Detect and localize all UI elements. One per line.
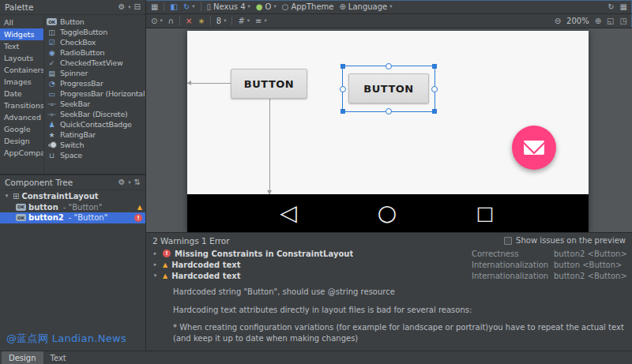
- gear-icon[interactable]: [118, 3, 125, 11]
- zoom-to-fit-icon[interactable]: [607, 17, 614, 25]
- palette-item-switch[interactable]: Switch: [44, 140, 145, 150]
- tab-design[interactable]: Design: [2, 351, 43, 364]
- api-label: O: [265, 2, 272, 11]
- palette-item-progressbar[interactable]: ProgressBar: [44, 78, 145, 88]
- nav-recents-icon[interactable]: [476, 204, 495, 223]
- palette-category-appcompat[interactable]: AppCompat: [0, 147, 43, 159]
- palette-item-togglebutton[interactable]: ToggleButton: [44, 27, 145, 37]
- tree-item-id: button: [28, 203, 58, 212]
- palette-item-label: RadioButton: [60, 48, 104, 57]
- refresh-layout-icon[interactable]: [608, 3, 614, 11]
- design-mode-icon[interactable]: [170, 3, 177, 11]
- variants-icon[interactable]: [151, 3, 158, 11]
- palette-category-containers[interactable]: Containers: [0, 64, 43, 76]
- button-icon: [47, 17, 57, 27]
- palette-category-date[interactable]: Date: [0, 88, 43, 99]
- palette-item-quickcontactbadge[interactable]: QuickContactBadge: [44, 119, 145, 129]
- tree-item-constraintlayout[interactable]: ConstraintLayout: [0, 191, 145, 202]
- language-label: Language: [348, 2, 387, 11]
- palette-category-layouts[interactable]: Layouts: [0, 52, 43, 64]
- palette-category-transitions[interactable]: Transitions: [0, 99, 43, 111]
- issue-detail: Hardcoded string "Button", should use @s…: [146, 281, 632, 351]
- canvas-button1[interactable]: BUTTON: [231, 69, 307, 99]
- minimize-icon[interactable]: [134, 3, 141, 11]
- constraint-anchor[interactable]: [386, 108, 392, 114]
- infer-constraints-icon[interactable]: [198, 17, 204, 25]
- palette-category-design[interactable]: Design: [0, 135, 43, 147]
- space-icon: [47, 150, 57, 160]
- tab-text[interactable]: Text: [43, 351, 73, 364]
- palette-item-ratingbar[interactable]: RatingBar: [44, 129, 145, 140]
- constraint-anchor[interactable]: [340, 86, 346, 92]
- palette-category-advanced[interactable]: Advanced: [0, 111, 43, 123]
- palette-item-seekbar[interactable]: SeekBar: [44, 99, 145, 109]
- panel-settings-icon[interactable]: [620, 3, 627, 11]
- palette-category-google[interactable]: Google: [0, 123, 43, 135]
- floating-action-button[interactable]: [512, 126, 556, 170]
- align-selector[interactable]: [255, 17, 267, 25]
- expand-arrow-icon[interactable]: [152, 251, 159, 257]
- checkedtextview-icon: [47, 58, 57, 68]
- resize-handle[interactable]: [340, 64, 345, 69]
- palette-item-label: RatingBar: [60, 130, 96, 139]
- device-selector[interactable]: Nexus 4: [207, 2, 250, 11]
- default-margin-value: 8: [216, 17, 221, 25]
- palette-item-label: Button: [60, 17, 85, 26]
- issue-component: button2 <Button>: [554, 272, 626, 280]
- button-icon: [16, 212, 26, 223]
- palette-category-all[interactable]: All: [0, 17, 43, 28]
- constraint-anchor[interactable]: [431, 86, 438, 92]
- palette-item-spinner[interactable]: Spinner: [44, 68, 145, 78]
- resize-handle[interactable]: [432, 109, 437, 114]
- issue-row-hardcoded-text-1[interactable]: Hardcoded text Internationalization butt…: [146, 259, 632, 270]
- show-issues-checkbox[interactable]: [504, 237, 512, 245]
- palette-item-progressbar-horizontal[interactable]: ProgressBar (Horizontal): [44, 88, 145, 99]
- issue-row-missing-constraints[interactable]: Missing Constraints in ConstraintLayout …: [146, 248, 632, 259]
- issues-panel: 2 Warnings 1 Error Show issues on the pr…: [146, 232, 632, 351]
- palette-category-images[interactable]: Images: [0, 76, 43, 88]
- collapse-arrow-icon[interactable]: [152, 273, 159, 279]
- palette-item-checkedtextview[interactable]: CheckedTextView: [44, 58, 145, 68]
- api-selector[interactable]: O: [256, 2, 276, 11]
- chevron-down-icon[interactable]: [128, 180, 130, 186]
- nav-back-icon[interactable]: [280, 202, 297, 224]
- guidelines-selector[interactable]: [238, 17, 250, 25]
- palette-item-button[interactable]: Button: [44, 17, 145, 27]
- design-surface[interactable]: BUTTON BUTTON: [146, 28, 632, 232]
- design-toolbar-tools: 8 200%: [146, 14, 632, 28]
- view-options-selector[interactable]: [151, 17, 163, 25]
- palette-category-text[interactable]: Text: [0, 40, 43, 52]
- nav-home-icon[interactable]: [378, 202, 397, 224]
- palette-item-radiobutton[interactable]: RadioButton: [44, 47, 145, 58]
- separator: [231, 17, 232, 25]
- show-issues-toggle[interactable]: Show issues on the preview: [504, 236, 626, 245]
- constraint-line-vertical: [269, 99, 270, 194]
- default-margin-selector[interactable]: 8: [216, 17, 227, 25]
- autoconnect-magnet-icon[interactable]: [168, 17, 174, 25]
- resize-handle[interactable]: [340, 109, 345, 114]
- tree-item-button[interactable]: button - "Button": [0, 202, 145, 213]
- palette-item-checkbox[interactable]: CheckBox: [44, 37, 145, 47]
- orientation-selector[interactable]: [183, 3, 195, 11]
- sort-icon[interactable]: [134, 178, 141, 186]
- tree-item-button2[interactable]: button2 - "Button": [0, 212, 145, 223]
- spinner-icon: [47, 68, 57, 78]
- expand-arrow-icon[interactable]: [152, 262, 159, 268]
- expand-arrow-icon[interactable]: [3, 193, 10, 199]
- theme-selector[interactable]: AppTheme: [282, 2, 334, 11]
- resize-handle[interactable]: [432, 64, 437, 69]
- issues-summary: 2 Warnings 1 Error: [152, 236, 230, 246]
- zoom-in-icon[interactable]: [595, 17, 601, 25]
- palette-category-widgets[interactable]: Widgets: [0, 28, 43, 40]
- constraint-anchor[interactable]: [386, 63, 392, 69]
- pan-icon[interactable]: [620, 17, 627, 25]
- issue-row-hardcoded-text-2[interactable]: Hardcoded text Internationalization butt…: [146, 270, 632, 281]
- gear-icon[interactable]: [118, 178, 125, 186]
- palette-item-space[interactable]: Space: [44, 150, 145, 160]
- language-selector[interactable]: Language: [339, 2, 392, 11]
- chevron-down-icon[interactable]: [128, 5, 130, 10]
- clear-constraints-icon[interactable]: [186, 17, 192, 25]
- palette-item-seekbar-discrete[interactable]: SeekBar (Discrete): [44, 109, 145, 119]
- zoom-out-icon[interactable]: [555, 17, 561, 25]
- canvas-button2-selected[interactable]: BUTTON: [348, 73, 429, 103]
